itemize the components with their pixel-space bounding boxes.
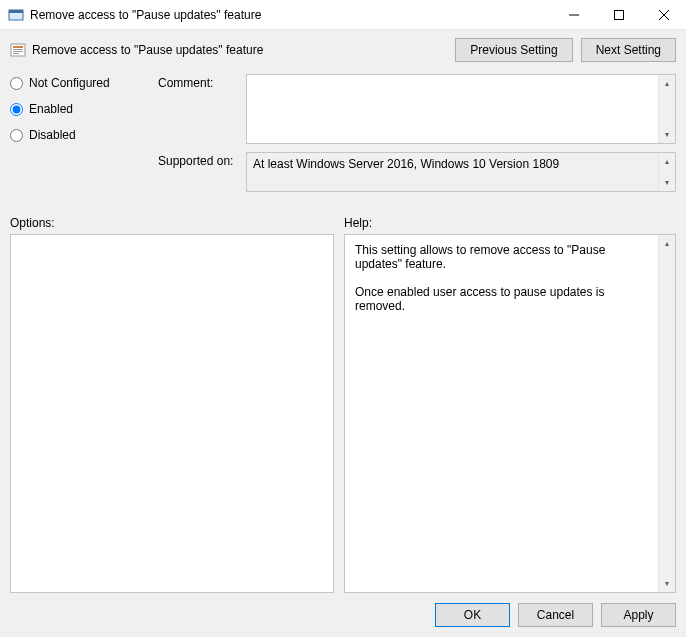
options-content (11, 235, 333, 592)
radio-disabled[interactable]: Disabled (10, 128, 140, 142)
comment-field-wrap: ▴ ▾ (246, 74, 676, 144)
options-panel (10, 234, 334, 593)
svg-rect-10 (13, 53, 19, 54)
supported-on-field (247, 153, 658, 191)
page-title: Remove access to "Pause updates" feature (32, 43, 449, 57)
scroll-up-icon[interactable]: ▴ (659, 75, 675, 92)
minimize-button[interactable] (551, 0, 596, 29)
radio-label: Disabled (29, 128, 76, 142)
comment-field[interactable] (247, 75, 658, 143)
scroll-down-icon[interactable]: ▾ (659, 126, 675, 143)
footer-buttons: OK Cancel Apply (10, 593, 676, 627)
titlebar: Remove access to "Pause updates" feature (0, 0, 686, 30)
ok-button[interactable]: OK (435, 603, 510, 627)
radio-label: Enabled (29, 102, 73, 116)
window-title: Remove access to "Pause updates" feature (30, 8, 551, 22)
scrollbar[interactable]: ▴ ▾ (658, 235, 675, 592)
close-button[interactable] (641, 0, 686, 29)
radio-enabled-input[interactable] (10, 103, 23, 116)
comment-label: Comment: (158, 74, 238, 144)
radio-disabled-input[interactable] (10, 129, 23, 142)
cancel-button[interactable]: Cancel (518, 603, 593, 627)
content-area: Remove access to "Pause updates" feature… (0, 30, 686, 637)
state-radio-group: Not Configured Enabled Disabled (10, 74, 140, 200)
window-controls (551, 0, 686, 29)
help-label: Help: (344, 216, 372, 230)
config-area: Not Configured Enabled Disabled Comment:… (10, 74, 676, 200)
svg-rect-1 (9, 10, 23, 13)
radio-not-configured[interactable]: Not Configured (10, 76, 140, 90)
radio-enabled[interactable]: Enabled (10, 102, 140, 116)
scroll-up-icon[interactable]: ▴ (659, 153, 675, 170)
previous-setting-button[interactable]: Previous Setting (455, 38, 572, 62)
svg-rect-3 (614, 10, 623, 19)
scroll-up-icon[interactable]: ▴ (659, 235, 675, 252)
panel-labels: Options: Help: (10, 216, 676, 230)
panels-row: This setting allows to remove access to … (10, 234, 676, 593)
help-text-line: Once enabled user access to pause update… (355, 285, 648, 313)
radio-not-configured-input[interactable] (10, 77, 23, 90)
policy-icon (10, 42, 26, 58)
supported-on-field-wrap: ▴ ▾ (246, 152, 676, 192)
app-icon (8, 7, 24, 23)
help-content: This setting allows to remove access to … (345, 235, 658, 592)
svg-rect-9 (13, 51, 23, 52)
svg-rect-7 (13, 46, 23, 48)
scroll-down-icon[interactable]: ▾ (659, 174, 675, 191)
radio-label: Not Configured (29, 76, 110, 90)
maximize-button[interactable] (596, 0, 641, 29)
svg-rect-8 (13, 49, 23, 50)
scroll-down-icon[interactable]: ▾ (659, 575, 675, 592)
apply-button[interactable]: Apply (601, 603, 676, 627)
fields-column: Comment: ▴ ▾ Supported on: ▴ ▾ (158, 74, 676, 200)
scrollbar[interactable]: ▴ ▾ (658, 153, 675, 191)
help-panel: This setting allows to remove access to … (344, 234, 676, 593)
scrollbar[interactable]: ▴ ▾ (658, 75, 675, 143)
help-text-line: This setting allows to remove access to … (355, 243, 648, 271)
supported-on-label: Supported on: (158, 152, 238, 192)
next-setting-button[interactable]: Next Setting (581, 38, 676, 62)
options-label: Options: (10, 216, 334, 230)
header-row: Remove access to "Pause updates" feature… (10, 38, 676, 62)
